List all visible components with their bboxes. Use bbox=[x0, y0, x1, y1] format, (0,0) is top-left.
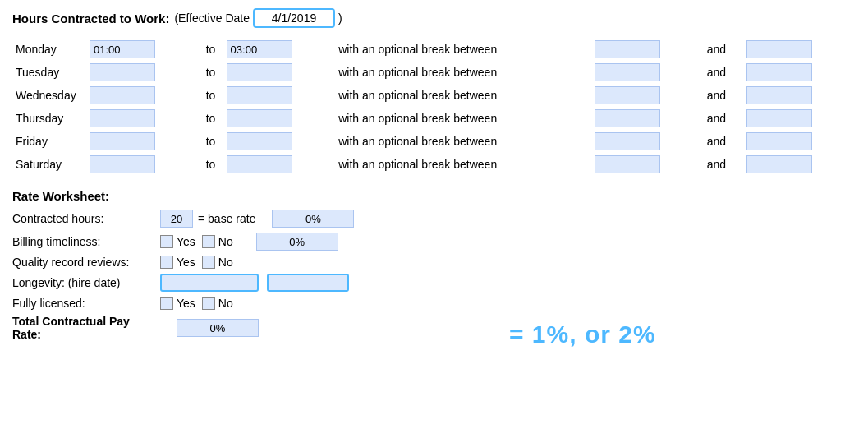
to-label-saturday: to bbox=[199, 153, 223, 176]
break-to-input-friday[interactable] bbox=[746, 132, 812, 150]
billing-yes-label[interactable]: Yes bbox=[160, 235, 195, 248]
effective-date-input[interactable] bbox=[253, 8, 335, 28]
to-time-input-tuesday[interactable] bbox=[227, 63, 292, 81]
billing-timeliness-row: Billing timeliness: Yes No bbox=[12, 233, 856, 251]
quality-no-checkbox[interactable] bbox=[202, 256, 215, 269]
from-time-input-tuesday[interactable] bbox=[90, 63, 155, 81]
total-pay-rate-label: Total Contractual Pay Rate: bbox=[12, 315, 160, 341]
hours-table-row: Thursdaytowith an optional break between… bbox=[12, 107, 856, 130]
longevity-row: Longevity: (hire date) bbox=[12, 274, 856, 292]
to-label-thursday: to bbox=[199, 107, 223, 130]
contracted-hours-label: Contracted hours: bbox=[12, 212, 160, 225]
billing-percent[interactable] bbox=[256, 233, 338, 251]
to-time-input-wednesday[interactable] bbox=[227, 86, 292, 104]
billing-yes-checkbox[interactable] bbox=[160, 235, 173, 248]
and-label-wednesday: and bbox=[704, 84, 744, 107]
break-text-saturday: with an optional break between bbox=[335, 153, 591, 176]
break-from-input-wednesday[interactable] bbox=[595, 86, 660, 104]
break-text-friday: with an optional break between bbox=[335, 130, 591, 153]
hours-table-row: Saturdaytowith an optional break between… bbox=[12, 153, 856, 176]
billing-no-text: No bbox=[218, 235, 233, 248]
day-label-saturday: Saturday bbox=[12, 153, 86, 176]
quality-no-label[interactable]: No bbox=[202, 256, 233, 269]
from-time-input-wednesday[interactable] bbox=[90, 86, 155, 104]
break-text-thursday: with an optional break between bbox=[335, 107, 591, 130]
quality-no-text: No bbox=[218, 256, 233, 269]
from-time-input-friday[interactable] bbox=[90, 132, 155, 150]
from-time-input-thursday[interactable] bbox=[90, 109, 155, 127]
quality-yes-label[interactable]: Yes bbox=[160, 256, 195, 269]
contracted-hours-row: Contracted hours: = base rate bbox=[12, 210, 856, 228]
day-label-tuesday: Tuesday bbox=[12, 61, 86, 84]
to-time-input-friday[interactable] bbox=[227, 132, 292, 150]
total-pay-rate-row: Total Contractual Pay Rate: bbox=[12, 315, 856, 341]
billing-timeliness-label: Billing timeliness: bbox=[12, 235, 160, 248]
break-from-input-saturday[interactable] bbox=[595, 155, 660, 173]
longevity-date-input[interactable] bbox=[160, 274, 259, 292]
to-time-input-thursday[interactable] bbox=[227, 109, 292, 127]
and-label-thursday: and bbox=[704, 107, 744, 130]
break-to-input-tuesday[interactable] bbox=[746, 63, 812, 81]
billing-no-checkbox[interactable] bbox=[202, 235, 215, 248]
day-label-monday: Monday bbox=[12, 38, 86, 61]
hours-contracted-title: Hours Contracted to Work: bbox=[12, 12, 169, 25]
to-time-input-monday[interactable] bbox=[227, 40, 292, 58]
and-label-tuesday: and bbox=[704, 61, 744, 84]
quality-yes-checkbox[interactable] bbox=[160, 256, 173, 269]
contracted-hours-input[interactable] bbox=[160, 210, 193, 228]
licensed-no-checkbox[interactable] bbox=[202, 297, 215, 310]
to-time-input-saturday[interactable] bbox=[227, 155, 292, 173]
break-to-input-thursday[interactable] bbox=[746, 109, 812, 127]
licensed-yes-checkbox[interactable] bbox=[160, 297, 173, 310]
hours-table: Mondaytowith an optional break betweenan… bbox=[12, 38, 856, 176]
longevity-value-input[interactable] bbox=[267, 274, 349, 292]
break-from-input-monday[interactable] bbox=[595, 40, 660, 58]
licensed-no-text: No bbox=[218, 297, 233, 310]
to-label-tuesday: to bbox=[199, 61, 223, 84]
base-rate-text: = base rate bbox=[198, 212, 255, 225]
break-text-monday: with an optional break between bbox=[335, 38, 591, 61]
and-label-saturday: and bbox=[704, 153, 744, 176]
fully-licensed-label: Fully licensed: bbox=[12, 297, 160, 310]
licensed-yes-text: Yes bbox=[177, 297, 195, 310]
effective-date-paren-close: ) bbox=[338, 12, 342, 25]
from-time-input-saturday[interactable] bbox=[90, 155, 155, 173]
break-from-input-thursday[interactable] bbox=[595, 109, 660, 127]
quality-record-label: Quality record reviews: bbox=[12, 256, 160, 269]
billing-yes-text: Yes bbox=[177, 235, 195, 248]
break-from-input-friday[interactable] bbox=[595, 132, 660, 150]
hours-table-row: Mondaytowith an optional break betweenan… bbox=[12, 38, 856, 61]
longevity-label: Longevity: (hire date) bbox=[12, 276, 160, 289]
to-label-wednesday: to bbox=[199, 84, 223, 107]
break-to-input-saturday[interactable] bbox=[746, 155, 812, 173]
effective-date-paren-open: (Effective Date bbox=[174, 12, 250, 25]
licensed-yes-label[interactable]: Yes bbox=[160, 297, 195, 310]
to-label-monday: to bbox=[199, 38, 223, 61]
and-label-monday: and bbox=[704, 38, 744, 61]
from-time-input-monday[interactable] bbox=[90, 40, 155, 58]
break-text-wednesday: with an optional break between bbox=[335, 84, 591, 107]
to-label-friday: to bbox=[199, 130, 223, 153]
day-label-thursday: Thursday bbox=[12, 107, 86, 130]
break-to-input-monday[interactable] bbox=[746, 40, 812, 58]
licensed-no-label[interactable]: No bbox=[202, 297, 233, 310]
fully-licensed-row: Fully licensed: Yes No bbox=[12, 297, 856, 310]
day-label-friday: Friday bbox=[12, 130, 86, 153]
quality-record-row: Quality record reviews: Yes No bbox=[12, 256, 856, 269]
break-from-input-tuesday[interactable] bbox=[595, 63, 660, 81]
total-pay-rate-value[interactable] bbox=[177, 319, 259, 337]
break-text-tuesday: with an optional break between bbox=[335, 61, 591, 84]
hours-table-row: Fridaytowith an optional break betweenan… bbox=[12, 130, 856, 153]
and-label-friday: and bbox=[704, 130, 744, 153]
quality-yes-text: Yes bbox=[177, 256, 195, 269]
day-label-wednesday: Wednesday bbox=[12, 84, 86, 107]
hours-table-row: Tuesdaytowith an optional break betweena… bbox=[12, 61, 856, 84]
hours-table-row: Wednesdaytowith an optional break betwee… bbox=[12, 84, 856, 107]
contracted-hours-percent[interactable] bbox=[272, 210, 354, 228]
break-to-input-wednesday[interactable] bbox=[746, 86, 812, 104]
billing-no-label[interactable]: No bbox=[202, 235, 233, 248]
rate-worksheet-title: Rate Worksheet: bbox=[12, 189, 856, 203]
